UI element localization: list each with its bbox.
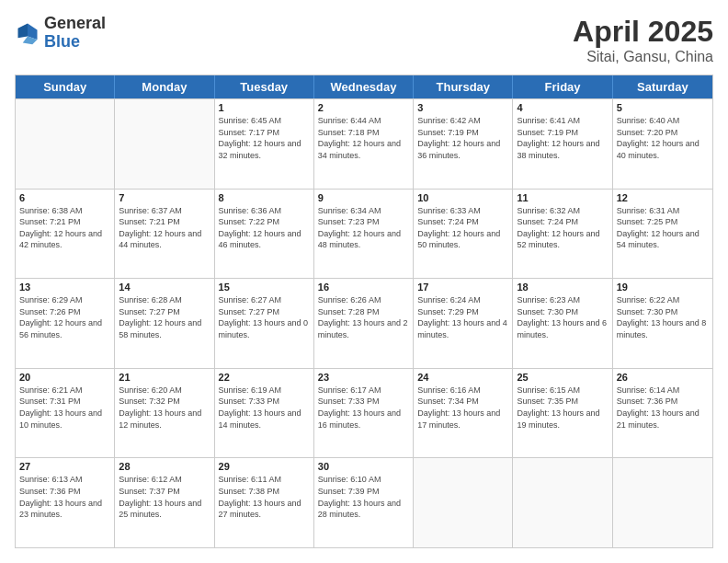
calendar-cell: 8Sunrise: 6:36 AM Sunset: 7:22 PM Daylig… xyxy=(215,190,314,279)
cell-day-number: 22 xyxy=(219,372,310,383)
calendar-header: SundayMondayTuesdayWednesdayThursdayFrid… xyxy=(16,75,712,98)
cell-day-number: 1 xyxy=(219,102,310,113)
calendar-cell: 11Sunrise: 6:32 AM Sunset: 7:24 PM Dayli… xyxy=(513,190,612,279)
weekday-header: Sunday xyxy=(16,75,115,98)
cell-sun-info: Sunrise: 6:12 AM Sunset: 7:37 PM Dayligh… xyxy=(119,474,210,520)
calendar-cell: 30Sunrise: 6:10 AM Sunset: 7:39 PM Dayli… xyxy=(314,458,414,547)
cell-day-number: 28 xyxy=(119,461,210,472)
calendar-cell: 28Sunrise: 6:12 AM Sunset: 7:37 PM Dayli… xyxy=(115,458,214,547)
cell-day-number: 13 xyxy=(19,282,110,293)
cell-sun-info: Sunrise: 6:34 AM Sunset: 7:23 PM Dayligh… xyxy=(318,205,409,251)
cell-day-number: 19 xyxy=(617,282,709,293)
cell-sun-info: Sunrise: 6:16 AM Sunset: 7:34 PM Dayligh… xyxy=(417,385,508,431)
logo-general: General xyxy=(44,15,106,33)
calendar-subtitle: Sitai, Gansu, China xyxy=(573,49,713,65)
cell-sun-info: Sunrise: 6:23 AM Sunset: 7:30 PM Dayligh… xyxy=(517,294,608,340)
weekday-header: Friday xyxy=(513,75,612,98)
calendar-cell: 12Sunrise: 6:31 AM Sunset: 7:25 PM Dayli… xyxy=(613,190,712,279)
cell-sun-info: Sunrise: 6:24 AM Sunset: 7:29 PM Dayligh… xyxy=(417,294,508,340)
calendar-cell: 4Sunrise: 6:41 AM Sunset: 7:19 PM Daylig… xyxy=(513,99,612,189)
cell-sun-info: Sunrise: 6:40 AM Sunset: 7:20 PM Dayligh… xyxy=(617,115,709,161)
cell-day-number: 21 xyxy=(119,372,210,383)
cell-day-number: 30 xyxy=(318,461,409,472)
cell-sun-info: Sunrise: 6:44 AM Sunset: 7:18 PM Dayligh… xyxy=(318,115,409,161)
cell-day-number: 17 xyxy=(417,282,508,293)
cell-day-number: 25 xyxy=(517,372,608,383)
calendar-cell: 2Sunrise: 6:44 AM Sunset: 7:18 PM Daylig… xyxy=(314,99,414,189)
weekday-header: Tuesday xyxy=(215,75,314,98)
calendar-cell: 22Sunrise: 6:19 AM Sunset: 7:33 PM Dayli… xyxy=(215,369,314,458)
cell-sun-info: Sunrise: 6:37 AM Sunset: 7:21 PM Dayligh… xyxy=(119,205,210,251)
cell-sun-info: Sunrise: 6:15 AM Sunset: 7:35 PM Dayligh… xyxy=(517,385,608,431)
cell-sun-info: Sunrise: 6:45 AM Sunset: 7:17 PM Dayligh… xyxy=(219,115,310,161)
cell-sun-info: Sunrise: 6:13 AM Sunset: 7:36 PM Dayligh… xyxy=(19,474,110,520)
cell-day-number: 7 xyxy=(119,192,210,203)
cell-sun-info: Sunrise: 6:27 AM Sunset: 7:27 PM Dayligh… xyxy=(219,294,310,340)
calendar-cell: 13Sunrise: 6:29 AM Sunset: 7:26 PM Dayli… xyxy=(16,279,115,368)
calendar-cell: 27Sunrise: 6:13 AM Sunset: 7:36 PM Dayli… xyxy=(16,458,115,547)
cell-day-number: 24 xyxy=(417,372,508,383)
cell-day-number: 2 xyxy=(318,102,409,113)
cell-day-number: 26 xyxy=(617,372,709,383)
logo-text: General Blue xyxy=(44,15,106,52)
cell-sun-info: Sunrise: 6:22 AM Sunset: 7:30 PM Dayligh… xyxy=(617,294,709,340)
calendar-week: 27Sunrise: 6:13 AM Sunset: 7:36 PM Dayli… xyxy=(16,457,712,547)
cell-day-number: 12 xyxy=(617,192,709,203)
cell-sun-info: Sunrise: 6:19 AM Sunset: 7:33 PM Dayligh… xyxy=(219,385,310,431)
weekday-header: Thursday xyxy=(414,75,513,98)
cell-sun-info: Sunrise: 6:10 AM Sunset: 7:39 PM Dayligh… xyxy=(318,474,409,520)
calendar-cell: 26Sunrise: 6:14 AM Sunset: 7:36 PM Dayli… xyxy=(613,369,712,458)
calendar-cell: 16Sunrise: 6:26 AM Sunset: 7:28 PM Dayli… xyxy=(314,279,414,368)
calendar-cell xyxy=(414,458,513,547)
calendar-cell: 29Sunrise: 6:11 AM Sunset: 7:38 PM Dayli… xyxy=(215,458,314,547)
cell-day-number: 4 xyxy=(517,102,608,113)
calendar-cell xyxy=(613,458,712,547)
cell-sun-info: Sunrise: 6:31 AM Sunset: 7:25 PM Dayligh… xyxy=(617,205,709,251)
logo-icon xyxy=(15,20,40,46)
cell-sun-info: Sunrise: 6:26 AM Sunset: 7:28 PM Dayligh… xyxy=(318,294,409,340)
title-block: April 2025 Sitai, Gansu, China xyxy=(573,15,713,65)
cell-sun-info: Sunrise: 6:17 AM Sunset: 7:33 PM Dayligh… xyxy=(318,385,409,431)
cell-sun-info: Sunrise: 6:29 AM Sunset: 7:26 PM Dayligh… xyxy=(19,294,110,340)
calendar-body: 1Sunrise: 6:45 AM Sunset: 7:17 PM Daylig… xyxy=(16,98,712,547)
weekday-header: Monday xyxy=(115,75,214,98)
cell-sun-info: Sunrise: 6:32 AM Sunset: 7:24 PM Dayligh… xyxy=(517,205,608,251)
cell-day-number: 9 xyxy=(318,192,409,203)
cell-sun-info: Sunrise: 6:20 AM Sunset: 7:32 PM Dayligh… xyxy=(119,385,210,431)
cell-sun-info: Sunrise: 6:42 AM Sunset: 7:19 PM Dayligh… xyxy=(417,115,508,161)
cell-sun-info: Sunrise: 6:28 AM Sunset: 7:27 PM Dayligh… xyxy=(119,294,210,340)
calendar-cell: 20Sunrise: 6:21 AM Sunset: 7:31 PM Dayli… xyxy=(16,369,115,458)
calendar-cell: 1Sunrise: 6:45 AM Sunset: 7:17 PM Daylig… xyxy=(215,99,314,189)
logo-blue: Blue xyxy=(44,33,106,52)
calendar-cell: 9Sunrise: 6:34 AM Sunset: 7:23 PM Daylig… xyxy=(314,190,414,279)
cell-day-number: 6 xyxy=(19,192,110,203)
cell-day-number: 16 xyxy=(318,282,409,293)
weekday-header: Wednesday xyxy=(314,75,414,98)
calendar-cell: 5Sunrise: 6:40 AM Sunset: 7:20 PM Daylig… xyxy=(613,99,712,189)
cell-sun-info: Sunrise: 6:14 AM Sunset: 7:36 PM Dayligh… xyxy=(617,385,709,431)
cell-sun-info: Sunrise: 6:21 AM Sunset: 7:31 PM Dayligh… xyxy=(19,385,110,431)
cell-day-number: 11 xyxy=(517,192,608,203)
calendar-week: 1Sunrise: 6:45 AM Sunset: 7:17 PM Daylig… xyxy=(16,98,712,189)
svg-marker-1 xyxy=(18,23,28,38)
calendar: SundayMondayTuesdayWednesdayThursdayFrid… xyxy=(15,75,713,548)
cell-sun-info: Sunrise: 6:33 AM Sunset: 7:24 PM Dayligh… xyxy=(417,205,508,251)
calendar-title: April 2025 xyxy=(573,15,713,49)
cell-day-number: 8 xyxy=(219,192,310,203)
calendar-cell: 14Sunrise: 6:28 AM Sunset: 7:27 PM Dayli… xyxy=(115,279,214,368)
cell-day-number: 29 xyxy=(219,461,310,472)
cell-sun-info: Sunrise: 6:11 AM Sunset: 7:38 PM Dayligh… xyxy=(219,474,310,520)
calendar-cell xyxy=(115,99,214,189)
calendar-week: 13Sunrise: 6:29 AM Sunset: 7:26 PM Dayli… xyxy=(16,278,712,368)
header: General Blue April 2025 Sitai, Gansu, Ch… xyxy=(15,15,713,65)
calendar-cell xyxy=(513,458,612,547)
cell-day-number: 5 xyxy=(617,102,709,113)
calendar-cell: 19Sunrise: 6:22 AM Sunset: 7:30 PM Dayli… xyxy=(613,279,712,368)
calendar-cell: 25Sunrise: 6:15 AM Sunset: 7:35 PM Dayli… xyxy=(513,369,612,458)
calendar-cell: 3Sunrise: 6:42 AM Sunset: 7:19 PM Daylig… xyxy=(414,99,513,189)
calendar-week: 6Sunrise: 6:38 AM Sunset: 7:21 PM Daylig… xyxy=(16,189,712,279)
cell-day-number: 20 xyxy=(19,372,110,383)
cell-day-number: 15 xyxy=(219,282,310,293)
cell-sun-info: Sunrise: 6:38 AM Sunset: 7:21 PM Dayligh… xyxy=(19,205,110,251)
calendar-cell: 7Sunrise: 6:37 AM Sunset: 7:21 PM Daylig… xyxy=(115,190,214,279)
